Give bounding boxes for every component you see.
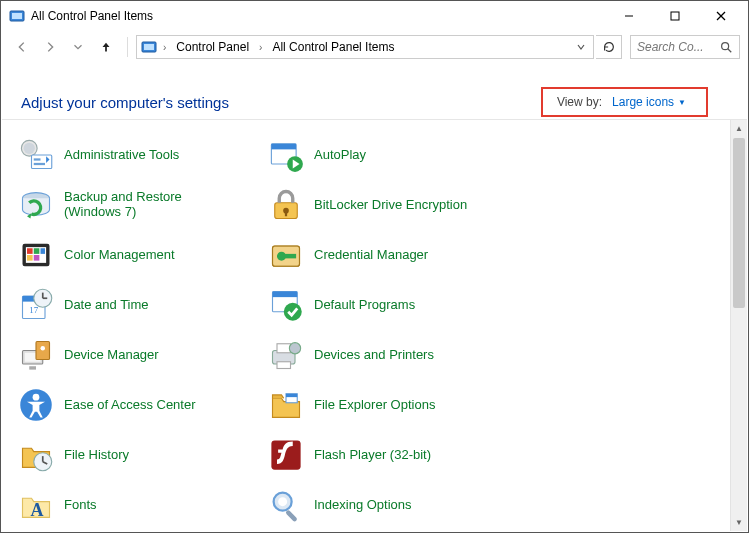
svg-rect-3: [671, 12, 679, 20]
up-button[interactable]: [93, 34, 119, 60]
svg-point-51: [33, 394, 40, 401]
view-by-label: View by:: [557, 95, 602, 109]
item-credential-manager[interactable]: Credential Manager: [268, 230, 518, 280]
item-label: Administrative Tools: [64, 148, 179, 163]
item-devices-printers[interactable]: Devices and Printers: [268, 330, 518, 380]
svg-text:17: 17: [29, 305, 39, 315]
item-label: Devices and Printers: [314, 348, 434, 363]
control-panel-icon: [9, 8, 25, 24]
credential-manager-icon: [268, 237, 304, 273]
item-label: Credential Manager: [314, 248, 428, 263]
search-input[interactable]: Search Co...: [630, 35, 740, 59]
svg-point-44: [41, 346, 46, 351]
content-area: Administrative Tools AutoPlay Backup and…: [2, 119, 747, 531]
scroll-up-button[interactable]: ▲: [731, 120, 747, 137]
default-programs-icon: [268, 287, 304, 323]
item-autoplay[interactable]: AutoPlay: [268, 130, 518, 180]
view-by-dropdown[interactable]: Large icons ▼: [612, 95, 686, 109]
address-dropdown[interactable]: [573, 42, 589, 52]
svg-rect-39: [273, 292, 298, 298]
fonts-icon: A: [18, 487, 54, 523]
device-manager-icon: [18, 337, 54, 373]
svg-point-8: [722, 43, 729, 50]
item-date-time[interactable]: 17 Date and Time: [18, 280, 268, 330]
breadcrumb-root[interactable]: Control Panel: [172, 38, 253, 56]
svg-rect-31: [285, 254, 296, 259]
item-file-history[interactable]: File History: [18, 430, 268, 480]
flash-player-icon: [268, 437, 304, 473]
item-backup-restore[interactable]: Backup and Restore (Windows 7): [18, 180, 268, 230]
item-label: Ease of Access Center: [64, 398, 196, 413]
svg-rect-7: [144, 44, 154, 50]
scroll-down-button[interactable]: ▼: [731, 514, 747, 531]
svg-point-60: [278, 497, 287, 506]
svg-rect-27: [34, 255, 40, 261]
svg-rect-11: [32, 155, 52, 169]
ease-of-access-icon: [18, 387, 54, 423]
svg-rect-45: [29, 366, 36, 369]
svg-rect-47: [277, 344, 291, 353]
item-label: Default Programs: [314, 298, 415, 313]
item-file-explorer-options[interactable]: File Explorer Options: [268, 380, 518, 430]
chevron-right-icon[interactable]: ›: [257, 42, 264, 53]
svg-rect-23: [27, 248, 33, 254]
maximize-button[interactable]: [652, 1, 698, 31]
address-bar[interactable]: › Control Panel › All Control Panel Item…: [136, 35, 594, 59]
item-label: File History: [64, 448, 129, 463]
color-management-icon: [18, 237, 54, 273]
page-title: Adjust your computer's settings: [21, 94, 229, 111]
svg-rect-15: [271, 144, 296, 150]
indexing-options-icon: [268, 487, 304, 523]
scroll-thumb[interactable]: [733, 138, 745, 308]
chevron-right-icon[interactable]: ›: [161, 42, 168, 53]
autoplay-icon: [268, 137, 304, 173]
svg-rect-48: [277, 362, 291, 369]
vertical-scrollbar[interactable]: ▲ ▼: [730, 120, 747, 531]
item-bitlocker[interactable]: BitLocker Drive Encryption: [268, 180, 518, 230]
breadcrumb-leaf[interactable]: All Control Panel Items: [268, 38, 398, 56]
item-flash-player[interactable]: Flash Player (32-bit): [268, 430, 518, 480]
item-color-management[interactable]: Color Management: [18, 230, 268, 280]
svg-point-49: [289, 343, 300, 354]
back-button[interactable]: [9, 34, 35, 60]
search-icon: [719, 40, 733, 54]
svg-rect-13: [34, 163, 45, 165]
minimize-button[interactable]: [606, 1, 652, 31]
svg-rect-25: [41, 248, 46, 254]
svg-rect-26: [27, 255, 33, 261]
bitlocker-icon: [268, 187, 304, 223]
search-placeholder: Search Co...: [637, 40, 715, 54]
item-label: BitLocker Drive Encryption: [314, 198, 467, 213]
forward-button[interactable]: [37, 34, 63, 60]
item-ease-of-access[interactable]: Ease of Access Center: [18, 380, 268, 430]
item-device-manager[interactable]: Device Manager: [18, 330, 268, 380]
item-default-programs[interactable]: Default Programs: [268, 280, 518, 330]
svg-rect-1: [12, 13, 22, 19]
item-label: Fonts: [64, 498, 97, 513]
svg-point-30: [277, 252, 286, 261]
date-time-icon: 17: [18, 287, 54, 323]
item-label: AutoPlay: [314, 148, 366, 163]
item-fonts[interactable]: A Fonts: [18, 480, 268, 530]
item-label: File Explorer Options: [314, 398, 435, 413]
svg-line-9: [728, 49, 732, 53]
refresh-button[interactable]: [596, 35, 622, 59]
item-administrative-tools[interactable]: Administrative Tools: [18, 130, 268, 180]
backup-restore-icon: [18, 187, 54, 223]
window-title: All Control Panel Items: [31, 9, 153, 23]
item-label: Indexing Options: [314, 498, 412, 513]
svg-rect-61: [285, 510, 298, 523]
view-by-value: Large icons: [612, 95, 674, 109]
item-label: Flash Player (32-bit): [314, 448, 431, 463]
control-panel-icon: [141, 39, 157, 55]
separator: [127, 37, 128, 57]
svg-text:A: A: [30, 500, 43, 520]
title-bar: All Control Panel Items: [1, 1, 748, 31]
close-button[interactable]: [698, 1, 744, 31]
svg-rect-53: [286, 394, 297, 397]
content-header: Adjust your computer's settings View by:…: [1, 63, 748, 127]
items-grid: Administrative Tools AutoPlay Backup and…: [2, 120, 730, 531]
recent-dropdown[interactable]: [65, 34, 91, 60]
svg-rect-12: [34, 158, 41, 160]
item-indexing-options[interactable]: Indexing Options: [268, 480, 518, 530]
